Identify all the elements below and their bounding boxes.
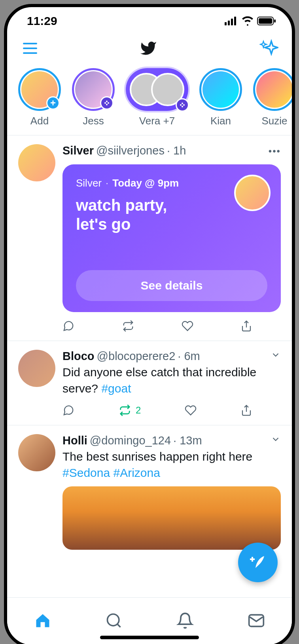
hashtag[interactable]: #Arizona (113, 466, 160, 479)
svg-rect-1 (228, 21, 230, 25)
svg-rect-6 (274, 19, 276, 23)
phone-frame: 11:29 + Add (4, 4, 295, 644)
tweet-handle[interactable]: @siilverjones (96, 144, 165, 157)
reply-button[interactable] (62, 404, 74, 416)
hashtag[interactable]: #goat (101, 382, 131, 395)
fleet-add[interactable]: + Add (18, 68, 61, 127)
tweet-text: The best sunrises happen right here #Sed… (62, 449, 281, 481)
tweet-name[interactable]: Silver (62, 144, 94, 157)
menu-button[interactable] (23, 43, 37, 54)
tweet-header: Bloco @blocoperere2 · 6m (62, 350, 281, 363)
svg-rect-5 (259, 18, 272, 24)
space-card[interactable]: Silver · Today @ 9pm watch party, let's … (62, 164, 281, 312)
tweet-text: Did anyone else catch that incredible se… (62, 364, 281, 396)
retweet-button[interactable]: 2 (118, 404, 141, 416)
svg-point-9 (108, 102, 109, 104)
tweet[interactable]: Holli @domingo_124 · 13m The best sunris… (7, 425, 292, 558)
fleet-label: Kian (210, 115, 231, 127)
twitter-logo-icon (138, 40, 159, 57)
feed[interactable]: Silver @siilverjones · 1h ••• Silver · T… (7, 135, 292, 597)
avatar (256, 71, 292, 108)
fleet-space[interactable]: Vera +7 (126, 68, 188, 127)
status-bar: 11:29 (7, 7, 292, 32)
compose-button[interactable] (238, 543, 278, 582)
tab-home[interactable] (34, 612, 51, 631)
svg-point-7 (104, 102, 106, 104)
tweet-handle[interactable]: @domingo_124 (90, 434, 171, 447)
retweet-count: 2 (136, 405, 141, 416)
svg-rect-3 (234, 17, 236, 25)
tweet-name[interactable]: Bloco (62, 350, 95, 363)
like-button[interactable] (185, 404, 197, 416)
avatar[interactable] (18, 350, 55, 387)
tweet[interactable]: Bloco @blocoperere2 · 6m Did anyone else… (7, 341, 292, 425)
sparkle-button[interactable] (259, 39, 278, 58)
svg-point-11 (180, 104, 182, 106)
tab-notifications[interactable] (176, 612, 194, 631)
like-button[interactable] (182, 320, 193, 332)
share-button[interactable] (240, 404, 252, 416)
tweet-name[interactable]: Holli (62, 434, 87, 447)
svg-point-13 (183, 104, 185, 106)
home-indicator[interactable] (100, 636, 199, 639)
status-icons (225, 16, 276, 26)
fleet-item[interactable]: Suzie (253, 68, 292, 127)
svg-point-12 (182, 103, 183, 104)
svg-point-14 (182, 106, 183, 107)
wifi-icon (241, 16, 254, 26)
tweet-more-button[interactable]: ••• (269, 146, 281, 157)
hashtag[interactable]: #Sedona (62, 466, 110, 479)
fleet-label: Jess (83, 115, 104, 127)
fleet-label: Add (30, 115, 49, 127)
svg-point-19 (108, 614, 119, 625)
avatar (202, 71, 239, 108)
battery-icon (257, 16, 276, 26)
chevron-down-icon[interactable] (271, 350, 281, 363)
tweet-actions: 2 (62, 404, 252, 416)
fleet-item[interactable]: Jess (72, 68, 115, 127)
chevron-down-icon[interactable] (271, 434, 281, 447)
space-icon (176, 98, 189, 112)
svg-rect-0 (225, 22, 227, 25)
avatar[interactable] (18, 144, 55, 181)
fleet-label: Suzie (261, 115, 287, 127)
tweet-time: · 1h (167, 144, 186, 157)
tweet-header: Silver @siilverjones · 1h ••• (62, 144, 281, 157)
fleet-label: Vera +7 (139, 115, 175, 127)
tweet-media[interactable] (62, 486, 281, 550)
status-time: 11:29 (27, 14, 57, 28)
svg-point-10 (106, 104, 108, 105)
tweet-handle[interactable]: @blocoperere2 (97, 350, 176, 363)
card-host: Silver (76, 177, 102, 189)
plus-icon: + (46, 96, 60, 110)
tab-search[interactable] (105, 612, 123, 631)
app-header (7, 32, 292, 67)
svg-point-8 (106, 101, 108, 102)
share-button[interactable] (240, 320, 252, 332)
tweet-header: Holli @domingo_124 · 13m (62, 434, 281, 447)
fleets-row[interactable]: + Add Jess Vera +7 (7, 67, 292, 135)
cellular-icon (225, 17, 238, 25)
tab-messages[interactable] (248, 612, 265, 631)
tweet-time: · 6m (178, 350, 200, 363)
svg-line-20 (117, 624, 120, 627)
card-when: Today @ 9pm (112, 177, 179, 189)
retweet-button[interactable] (121, 320, 135, 332)
see-details-button[interactable]: See details (76, 270, 267, 301)
space-icon (100, 96, 114, 110)
tweet-actions (62, 320, 252, 332)
fleet-item[interactable]: Kian (199, 68, 242, 127)
avatar (234, 175, 271, 211)
tweet[interactable]: Silver @siilverjones · 1h ••• Silver · T… (7, 135, 292, 341)
reply-button[interactable] (62, 320, 74, 332)
tweet-time: · 13m (173, 434, 202, 447)
svg-rect-2 (231, 19, 233, 25)
avatar[interactable] (18, 434, 55, 471)
